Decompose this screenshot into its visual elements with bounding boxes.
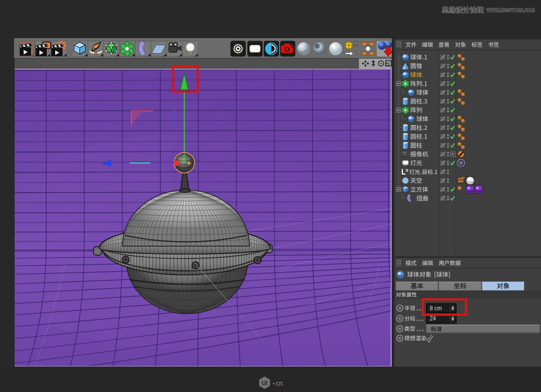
svg-text:24: 24 — [430, 315, 437, 322]
svg-text:cn: cn — [276, 380, 283, 387]
svg-text:Z: Z — [354, 50, 358, 56]
svg-text:8 cm: 8 cm — [430, 305, 442, 311]
svg-text:UI: UI — [261, 380, 268, 386]
svg-text:WWW.MISSYUAN.COM: WWW.MISSYUAN.COM — [486, 7, 535, 13]
svg-text:0: 0 — [406, 168, 409, 173]
